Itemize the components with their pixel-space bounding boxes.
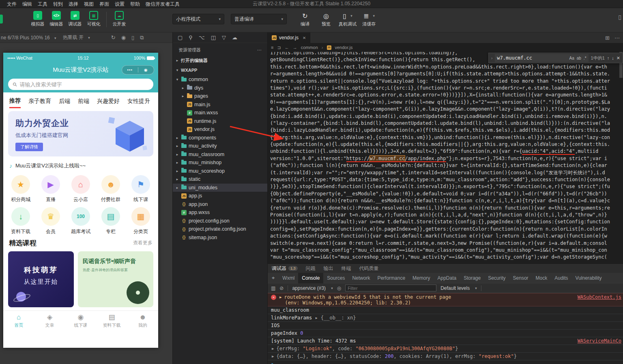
device-select[interactable]: ne 6/7/8 Plus 100% 16 ▾: [1, 35, 56, 41]
grid-item-直播[interactable]: ▶直播: [36, 175, 66, 203]
category-tab[interactable]: 前端: [78, 94, 89, 107]
tree-item-vendor.js[interactable]: JSvendor.js: [173, 125, 267, 134]
console-message[interactable]: ▶{errMsg: "Login:ok", code: "0630080005p…: [268, 345, 623, 353]
course-card-tech[interactable]: 科技萌芽 从这里开始: [8, 251, 74, 307]
grid-item-付费社群[interactable]: ☻付费社群: [96, 175, 126, 203]
levels-select[interactable]: Default levels ▾: [440, 285, 477, 291]
menu-item[interactable]: 编辑: [19, 0, 35, 8]
close-icon[interactable]: ✕: [617, 56, 620, 61]
menu-item[interactable]: 文件: [4, 0, 19, 8]
project-root-section[interactable]: ▾ WXAPP: [173, 66, 267, 75]
tree-item-static[interactable]: ▸static: [173, 175, 267, 184]
console-message[interactable]: ✕▶routeDone with a webviewId 5 that is n…: [268, 293, 623, 306]
grid-item-积分商城[interactable]: ★积分商城: [6, 175, 36, 203]
grid-item-云小店[interactable]: ⌂云小店: [66, 175, 96, 203]
refresh-icon[interactable]: ↻: [111, 34, 116, 41]
search-icon[interactable]: ⚲: [189, 34, 193, 41]
more-actions-icon[interactable]: ⋯: [257, 47, 262, 53]
grid-item-资料下载[interactable]: ↓资料下载: [6, 207, 36, 235]
hot-reload-toggle[interactable]: 热重载 开 ▾: [63, 34, 90, 41]
panel-tab-终端[interactable]: 终端: [342, 264, 351, 273]
split-editor-icon[interactable]: ⊞: [605, 35, 610, 41]
editor-scrollbar[interactable]: [619, 52, 623, 263]
panel-tab-代码质量[interactable]: 代码质量: [359, 264, 379, 273]
editor-tab-vendor-js[interactable]: JS vendor.js ✕: [268, 32, 310, 43]
record-icon[interactable]: ◉: [121, 34, 126, 41]
device-icon[interactable]: ▯: [131, 34, 134, 41]
tabbar-item-线下课[interactable]: ◉线下课: [65, 313, 96, 331]
regex-icon[interactable]: .*: [584, 56, 586, 60]
open-editors-section[interactable]: ▸ 打开的编辑器: [173, 56, 267, 65]
action-button-compile[interactable]: ↻编译: [296, 11, 314, 27]
devtools-tab-Mock[interactable]: Mock: [532, 273, 551, 283]
tree-item-project.config.json[interactable]: {}project.config.json: [173, 217, 267, 225]
code-area[interactable]: 1)}this.options.loading=1}this.renderSrc…: [268, 52, 623, 263]
grid-item-题库考试[interactable]: 100题库考试: [66, 207, 96, 235]
menu-item[interactable]: 设置: [112, 0, 127, 8]
devtools-tab-Vulnerability[interactable]: Vulnerability: [572, 273, 606, 283]
expand-arrow-icon[interactable]: ▶: [272, 362, 274, 364]
devtools-tab-Sensor[interactable]: Sensor: [509, 273, 532, 283]
find-input-box[interactable]: Aa ab .*: [495, 54, 588, 62]
more-dots-icon[interactable]: •••: [122, 68, 138, 72]
menu-item[interactable]: 转到: [50, 0, 66, 8]
search-input[interactable]: [20, 81, 148, 88]
console-message[interactable]: ▶{data: {…}, header: {…}, statusCode: 20…: [268, 353, 623, 360]
panel-tab-调试器[interactable]: 调试器1,3: [272, 264, 298, 273]
console-filter-input[interactable]: [345, 285, 436, 291]
tree-item-pages[interactable]: ▸pages: [173, 92, 267, 101]
dock-icon[interactable]: [0, 15, 3, 24]
toolbar-button-clouddev[interactable]: ☁云开发: [110, 11, 129, 27]
tree-item-muu_classroom[interactable]: ▸muu_classroom: [173, 150, 267, 159]
menu-item[interactable]: 工具: [35, 0, 50, 8]
menu-item[interactable]: 选择: [66, 0, 81, 8]
find-collapse-icon[interactable]: ›: [491, 56, 492, 60]
search-bar[interactable]: ⚲: [8, 79, 153, 90]
breadcrumb-file[interactable]: vendor.js: [335, 45, 353, 50]
console-message[interactable]: muu_classroom: [268, 306, 623, 314]
eye-icon[interactable]: ◎: [337, 285, 341, 291]
tree-item-uni_modules[interactable]: ▸uni_modules: [173, 184, 267, 192]
toolbar-button-debug[interactable]: ⇄调试器: [66, 11, 84, 27]
tree-item-components[interactable]: ▸components: [173, 134, 267, 142]
category-tab[interactable]: 推荐: [9, 94, 21, 108]
tree-item-muu_scoreshop[interactable]: ▸muu_scoreshop: [173, 167, 267, 176]
source-link[interactable]: WASubContext.js: [574, 294, 621, 300]
prev-match-icon[interactable]: ↑: [607, 56, 610, 60]
source-link[interactable]: WAServiceMainCo: [574, 338, 621, 344]
tree-item-app.js[interactable]: JSapp.js: [173, 192, 267, 200]
close-icon[interactable]: ✕: [303, 36, 306, 40]
category-tab[interactable]: 女性提升: [127, 94, 150, 107]
category-tab[interactable]: 后端: [59, 94, 70, 107]
toolbar-button-editor[interactable]: </>编辑器: [47, 11, 66, 27]
tree-item-app.wxss[interactable]: #app.wxss: [173, 208, 267, 217]
tabbar-item-资料下载[interactable]: ▤资料下载: [96, 313, 127, 331]
capsule-menu[interactable]: ••• ◉: [122, 65, 154, 75]
console-message[interactable]: IOS: [268, 322, 623, 330]
category-tab[interactable]: 兴趣爱好: [97, 94, 120, 107]
tree-item-muu_minishop[interactable]: ▸muu_minishop: [173, 158, 267, 167]
tree-item-app.json[interactable]: {}app.json: [173, 200, 267, 209]
menu-item[interactable]: 帮助: [127, 0, 143, 8]
context-select[interactable]: appservice (#3) ▾: [292, 285, 333, 291]
panel-tab-问题[interactable]: 问题: [306, 264, 316, 273]
forward-icon[interactable]: →: [293, 45, 297, 50]
banner-card[interactable]: 助力外贸企业 低成本无门槛搭建官网 了解详情: [8, 111, 153, 156]
console-message[interactable]: linkMoreParams ▸ {__ob__: xn}: [268, 314, 623, 322]
next-match-icon[interactable]: ↓: [612, 56, 614, 60]
expand-arrow-icon[interactable]: ▶: [272, 354, 274, 358]
action-button-device_debug[interactable]: ▯▾真机调试: [339, 11, 357, 27]
devtools-tab-Sources[interactable]: Sources: [323, 273, 348, 283]
bookmark-icon[interactable]: ⊐: [277, 45, 281, 50]
menu-item[interactable]: 界面: [97, 0, 112, 8]
back-icon[interactable]: ←: [285, 45, 289, 50]
expand-arrow-icon[interactable]: ▶: [272, 347, 274, 351]
devtools-tab-Storage[interactable]: Storage: [460, 273, 484, 283]
tabbar-item-首页[interactable]: ⌂首页: [3, 313, 34, 331]
category-tab[interactable]: 亲子教育: [28, 94, 51, 107]
devtools-tab-Network[interactable]: Network: [348, 273, 374, 283]
tree-item-project.private.config.json[interactable]: {}project.private.config.json: [173, 225, 267, 233]
mode-select[interactable]: 小程序模式 ▾: [172, 14, 224, 24]
menu-item[interactable]: 微信开发者工具: [143, 0, 183, 8]
action-button-clear_cache[interactable]: ≣▾清缓存: [361, 11, 378, 27]
